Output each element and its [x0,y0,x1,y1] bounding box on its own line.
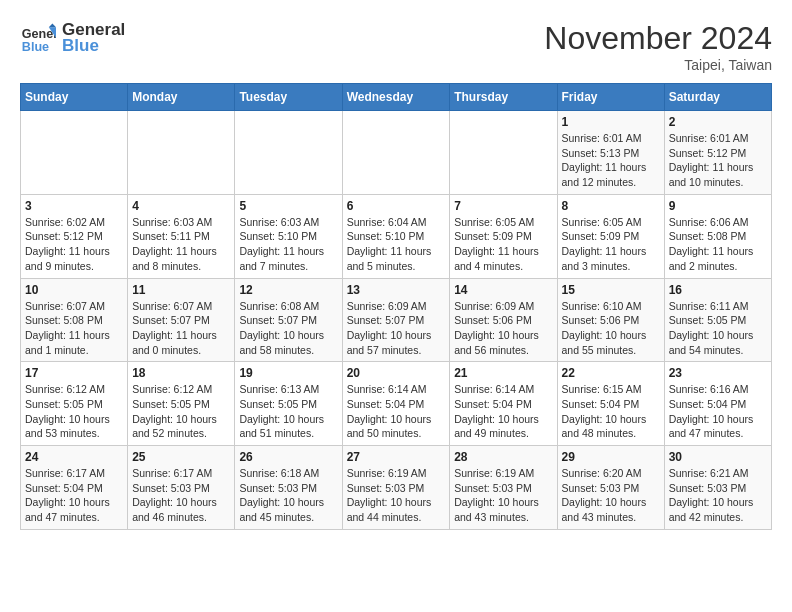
day-number: 27 [347,450,446,464]
day-info: Sunrise: 6:03 AMSunset: 5:10 PMDaylight:… [239,215,337,274]
calendar-cell: 29Sunrise: 6:20 AMSunset: 5:03 PMDayligh… [557,446,664,530]
calendar-cell: 26Sunrise: 6:18 AMSunset: 5:03 PMDayligh… [235,446,342,530]
calendar-week-3: 10Sunrise: 6:07 AMSunset: 5:08 PMDayligh… [21,278,772,362]
calendar-cell [21,111,128,195]
calendar-table: Sunday Monday Tuesday Wednesday Thursday… [20,83,772,530]
calendar-cell: 3Sunrise: 6:02 AMSunset: 5:12 PMDaylight… [21,194,128,278]
calendar-cell: 11Sunrise: 6:07 AMSunset: 5:07 PMDayligh… [128,278,235,362]
title-block: November 2024 Taipei, Taiwan [544,20,772,73]
calendar-cell: 13Sunrise: 6:09 AMSunset: 5:07 PMDayligh… [342,278,450,362]
day-number: 20 [347,366,446,380]
day-number: 17 [25,366,123,380]
calendar-cell: 20Sunrise: 6:14 AMSunset: 5:04 PMDayligh… [342,362,450,446]
calendar-cell: 24Sunrise: 6:17 AMSunset: 5:04 PMDayligh… [21,446,128,530]
day-info: Sunrise: 6:11 AMSunset: 5:05 PMDaylight:… [669,299,767,358]
day-info: Sunrise: 6:02 AMSunset: 5:12 PMDaylight:… [25,215,123,274]
calendar-cell: 16Sunrise: 6:11 AMSunset: 5:05 PMDayligh… [664,278,771,362]
calendar-week-4: 17Sunrise: 6:12 AMSunset: 5:05 PMDayligh… [21,362,772,446]
day-number: 7 [454,199,552,213]
day-info: Sunrise: 6:10 AMSunset: 5:06 PMDaylight:… [562,299,660,358]
day-number: 29 [562,450,660,464]
calendar-cell: 10Sunrise: 6:07 AMSunset: 5:08 PMDayligh… [21,278,128,362]
day-info: Sunrise: 6:01 AMSunset: 5:13 PMDaylight:… [562,131,660,190]
calendar-header: Sunday Monday Tuesday Wednesday Thursday… [21,84,772,111]
day-info: Sunrise: 6:13 AMSunset: 5:05 PMDaylight:… [239,382,337,441]
day-info: Sunrise: 6:17 AMSunset: 5:03 PMDaylight:… [132,466,230,525]
day-number: 9 [669,199,767,213]
day-info: Sunrise: 6:19 AMSunset: 5:03 PMDaylight:… [347,466,446,525]
header-friday: Friday [557,84,664,111]
header-monday: Monday [128,84,235,111]
header-saturday: Saturday [664,84,771,111]
day-info: Sunrise: 6:01 AMSunset: 5:12 PMDaylight:… [669,131,767,190]
calendar-cell: 6Sunrise: 6:04 AMSunset: 5:10 PMDaylight… [342,194,450,278]
day-number: 6 [347,199,446,213]
day-info: Sunrise: 6:07 AMSunset: 5:07 PMDaylight:… [132,299,230,358]
calendar-week-2: 3Sunrise: 6:02 AMSunset: 5:12 PMDaylight… [21,194,772,278]
day-info: Sunrise: 6:14 AMSunset: 5:04 PMDaylight:… [454,382,552,441]
calendar-cell: 30Sunrise: 6:21 AMSunset: 5:03 PMDayligh… [664,446,771,530]
day-number: 18 [132,366,230,380]
day-number: 12 [239,283,337,297]
day-info: Sunrise: 6:09 AMSunset: 5:06 PMDaylight:… [454,299,552,358]
calendar-cell: 12Sunrise: 6:08 AMSunset: 5:07 PMDayligh… [235,278,342,362]
calendar-cell: 23Sunrise: 6:16 AMSunset: 5:04 PMDayligh… [664,362,771,446]
day-info: Sunrise: 6:05 AMSunset: 5:09 PMDaylight:… [562,215,660,274]
day-number: 14 [454,283,552,297]
day-info: Sunrise: 6:07 AMSunset: 5:08 PMDaylight:… [25,299,123,358]
calendar-cell: 27Sunrise: 6:19 AMSunset: 5:03 PMDayligh… [342,446,450,530]
calendar-cell: 28Sunrise: 6:19 AMSunset: 5:03 PMDayligh… [450,446,557,530]
day-number: 30 [669,450,767,464]
calendar-cell: 9Sunrise: 6:06 AMSunset: 5:08 PMDaylight… [664,194,771,278]
day-number: 26 [239,450,337,464]
day-info: Sunrise: 6:12 AMSunset: 5:05 PMDaylight:… [132,382,230,441]
calendar-cell: 21Sunrise: 6:14 AMSunset: 5:04 PMDayligh… [450,362,557,446]
day-info: Sunrise: 6:16 AMSunset: 5:04 PMDaylight:… [669,382,767,441]
day-number: 22 [562,366,660,380]
day-number: 5 [239,199,337,213]
calendar-cell: 4Sunrise: 6:03 AMSunset: 5:11 PMDaylight… [128,194,235,278]
day-number: 24 [25,450,123,464]
svg-text:Blue: Blue [22,40,49,54]
day-number: 28 [454,450,552,464]
day-info: Sunrise: 6:17 AMSunset: 5:04 PMDaylight:… [25,466,123,525]
month-title: November 2024 [544,20,772,57]
day-info: Sunrise: 6:08 AMSunset: 5:07 PMDaylight:… [239,299,337,358]
day-info: Sunrise: 6:06 AMSunset: 5:08 PMDaylight:… [669,215,767,274]
day-number: 1 [562,115,660,129]
day-number: 21 [454,366,552,380]
page-header: General Blue General Blue November 2024 … [20,20,772,73]
calendar-week-5: 24Sunrise: 6:17 AMSunset: 5:04 PMDayligh… [21,446,772,530]
calendar-cell: 15Sunrise: 6:10 AMSunset: 5:06 PMDayligh… [557,278,664,362]
day-info: Sunrise: 6:04 AMSunset: 5:10 PMDaylight:… [347,215,446,274]
day-info: Sunrise: 6:19 AMSunset: 5:03 PMDaylight:… [454,466,552,525]
calendar-cell: 14Sunrise: 6:09 AMSunset: 5:06 PMDayligh… [450,278,557,362]
header-wednesday: Wednesday [342,84,450,111]
day-number: 10 [25,283,123,297]
day-info: Sunrise: 6:05 AMSunset: 5:09 PMDaylight:… [454,215,552,274]
day-info: Sunrise: 6:21 AMSunset: 5:03 PMDaylight:… [669,466,767,525]
calendar-cell: 1Sunrise: 6:01 AMSunset: 5:13 PMDaylight… [557,111,664,195]
day-number: 23 [669,366,767,380]
calendar-cell: 8Sunrise: 6:05 AMSunset: 5:09 PMDaylight… [557,194,664,278]
day-info: Sunrise: 6:18 AMSunset: 5:03 PMDaylight:… [239,466,337,525]
calendar-cell [342,111,450,195]
calendar-cell: 7Sunrise: 6:05 AMSunset: 5:09 PMDaylight… [450,194,557,278]
calendar-cell [235,111,342,195]
day-number: 19 [239,366,337,380]
header-tuesday: Tuesday [235,84,342,111]
day-number: 4 [132,199,230,213]
day-number: 2 [669,115,767,129]
day-info: Sunrise: 6:14 AMSunset: 5:04 PMDaylight:… [347,382,446,441]
svg-marker-3 [49,24,56,28]
calendar-cell: 25Sunrise: 6:17 AMSunset: 5:03 PMDayligh… [128,446,235,530]
day-number: 13 [347,283,446,297]
calendar-cell: 17Sunrise: 6:12 AMSunset: 5:05 PMDayligh… [21,362,128,446]
calendar-cell [450,111,557,195]
calendar-week-1: 1Sunrise: 6:01 AMSunset: 5:13 PMDaylight… [21,111,772,195]
day-number: 25 [132,450,230,464]
weekday-header-row: Sunday Monday Tuesday Wednesday Thursday… [21,84,772,111]
header-sunday: Sunday [21,84,128,111]
day-info: Sunrise: 6:15 AMSunset: 5:04 PMDaylight:… [562,382,660,441]
calendar-cell [128,111,235,195]
